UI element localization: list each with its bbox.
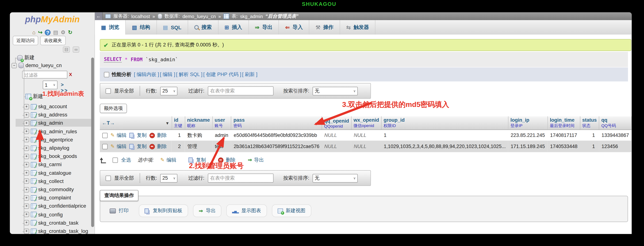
- tab-SQL[interactable]: ▤SQL: [157, 20, 188, 35]
- tab-触发器[interactable]: ⇆触发器: [340, 20, 376, 35]
- column-header-id[interactable]: id主键: [172, 116, 185, 130]
- profiling-link[interactable]: [ 编辑 ]: [160, 71, 175, 77]
- cell-status[interactable]: 1: [580, 141, 599, 152]
- sidebar-table-skg_account[interactable]: +skg_account: [21, 104, 67, 109]
- row-checkbox[interactable]: [102, 144, 108, 149]
- display-chart-button[interactable]: 显示图表: [226, 204, 267, 217]
- column-header-group_id[interactable]: group_id权限ID: [381, 116, 508, 130]
- cell-pass[interactable]: 2b361a128b63407589f9115212cae576: [231, 141, 322, 152]
- create-view-button[interactable]: 新建视图: [272, 204, 311, 217]
- column-header-login_time[interactable]: login_time最后登录时间: [548, 116, 580, 130]
- check-all-label[interactable]: 全选: [121, 156, 131, 163]
- profiling-checkbox[interactable]: [104, 72, 109, 77]
- sort-by-key-select[interactable]: 无∨: [312, 87, 358, 95]
- profiling-link[interactable]: [ 解析 SQL ]: [176, 71, 202, 77]
- tab-操作[interactable]: ⚒操作: [310, 20, 340, 35]
- tab-插入[interactable]: ⊞插入: [218, 20, 248, 35]
- cell-group_id[interactable]: 1,1029,1035,2,3,4,5,80,88,89,94,220,1023…: [381, 141, 508, 152]
- row-action-copy[interactable]: 复制: [130, 143, 147, 150]
- extra-options-button[interactable]: 额外选项: [100, 104, 127, 113]
- sidebar-table-skg_carmi[interactable]: +skg_carmi: [21, 162, 62, 168]
- docs-icon[interactable]: ▤: [53, 30, 58, 36]
- tab-浏览[interactable]: ▦浏览: [95, 20, 126, 35]
- expand-plus-icon[interactable]: +: [24, 220, 29, 225]
- tab-导出[interactable]: ⇒导出: [248, 20, 279, 35]
- logout-icon[interactable]: ↪: [38, 30, 42, 36]
- expand-plus-icon[interactable]: +: [24, 204, 29, 209]
- print-button[interactable]: 打印: [104, 205, 134, 217]
- row-action-edit[interactable]: 编辑: [110, 132, 126, 139]
- sidebar-table-skg_admin[interactable]: +skg_admin: [21, 120, 63, 126]
- collapse-minus-icon[interactable]: −: [12, 63, 17, 68]
- sidebar-scrollbar[interactable]: [91, 58, 94, 227]
- sidebar-table-skg_config[interactable]: +skg_config: [21, 212, 63, 217]
- expand-plus-icon[interactable]: +: [24, 162, 29, 167]
- expand-plus-icon[interactable]: +: [24, 120, 29, 126]
- row-action-copy[interactable]: 复制: [130, 132, 147, 139]
- sidebar-table-skg_agentprice[interactable]: +skg_agentprice: [21, 137, 73, 143]
- sidebar-table-skg_collect[interactable]: +skg_collect: [21, 178, 64, 184]
- column-header-status[interactable]: status状态: [580, 116, 599, 130]
- profiling-link[interactable]: [ 刷新 ]: [242, 71, 258, 77]
- row-action-delete[interactable]: 删除: [150, 132, 167, 139]
- sidebar-table-skg_book_goods[interactable]: +skg_book_goods: [21, 153, 77, 159]
- back-button[interactable]: ←: [95, 13, 103, 20]
- column-header-pass[interactable]: pass密码: [231, 116, 322, 130]
- tab-导入[interactable]: ⇐导入: [279, 20, 310, 35]
- cell-login_ip[interactable]: 171.15.189.245: [508, 141, 548, 152]
- check-all-checkbox[interactable]: [113, 157, 118, 163]
- sidebar-table-skg_catalogue[interactable]: +skg_catalogue: [21, 170, 71, 176]
- link-with-page-icon[interactable]: ∞: [73, 46, 80, 53]
- expand-plus-icon[interactable]: +: [24, 129, 29, 134]
- cell-nickname[interactable]: 管理: [185, 141, 212, 152]
- profiling-link[interactable]: [ 编辑内嵌 ]: [134, 71, 159, 77]
- cell-login_time[interactable]: 1740533448: [548, 141, 580, 152]
- collapse-all-icon[interactable]: ⊟: [63, 46, 70, 53]
- expand-plus-icon[interactable]: +: [24, 179, 29, 184]
- profiling-link[interactable]: [ 创建 PHP 代码 ]: [203, 71, 241, 77]
- column-header-qq_openid[interactable]: qq_openidQQopenid: [322, 116, 351, 130]
- show-all-checkbox[interactable]: [106, 175, 111, 181]
- expand-plus-icon[interactable]: +: [24, 137, 29, 142]
- settings-icon[interactable]: ⚙: [60, 30, 65, 36]
- column-header-nickname[interactable]: nickname昵称: [185, 116, 212, 130]
- filter-rows-input[interactable]: [208, 86, 274, 96]
- selected-action-edit[interactable]: 编辑: [160, 156, 176, 163]
- rows-count-select[interactable]: 25∨: [160, 87, 178, 95]
- cell-login_ip[interactable]: 223.85.221.245: [508, 130, 548, 141]
- row-checkbox[interactable]: [102, 133, 108, 138]
- refresh-icon[interactable]: ↻: [68, 30, 72, 36]
- sidebar-table-skg_crontab_task[interactable]: +skg_crontab_task: [21, 220, 78, 226]
- breadcrumb-server[interactable]: localhost: [131, 14, 150, 19]
- sort-options-icon[interactable]: ▼: [166, 121, 170, 125]
- transpose-control[interactable]: ←T→: [102, 120, 115, 126]
- copy-to-clipboard-button[interactable]: 复制到剪贴板: [139, 204, 188, 217]
- cell-user[interactable]: admin: [212, 130, 231, 141]
- sidebar-table-skg_complaint[interactable]: +skg_complaint: [21, 195, 71, 201]
- cell-qq[interactable]: 1339443867: [599, 130, 632, 141]
- sort-by-key-select[interactable]: 无∨: [312, 174, 358, 182]
- sidebar-table-skg_confidentialprice[interactable]: +skg_confidentialprice: [21, 203, 86, 209]
- filter-rows-input[interactable]: [208, 174, 274, 183]
- export-button[interactable]: 导出: [193, 204, 222, 217]
- show-all-checkbox[interactable]: [106, 88, 111, 94]
- expand-plus-icon[interactable]: +: [24, 170, 29, 176]
- cell-status[interactable]: 1: [580, 130, 599, 141]
- row-action-edit[interactable]: 编辑: [110, 143, 126, 150]
- row-action-delete[interactable]: 删除: [150, 143, 167, 150]
- home-icon[interactable]: ⌂: [32, 30, 36, 36]
- tab-结构[interactable]: ▧结构: [126, 20, 156, 35]
- cell-id[interactable]: 1: [172, 130, 185, 141]
- tree-new-database[interactable]: 新建: [12, 54, 35, 61]
- sidebar-table-skg_alipaylog[interactable]: +skg_alipaylog: [21, 145, 69, 151]
- cell-nickname[interactable]: 数卡购: [185, 130, 212, 141]
- breadcrumb-database[interactable]: demo_lueyu_cn: [182, 14, 216, 19]
- expand-plus-icon[interactable]: +: [24, 228, 29, 234]
- sidebar-table-skg_admin_rules[interactable]: +skg_admin_rules: [21, 128, 77, 134]
- page-select[interactable]: 1∨: [43, 81, 58, 89]
- breadcrumb-table[interactable]: skg_admin: [240, 14, 263, 19]
- cell-wx_openid[interactable]: NULL: [351, 130, 381, 141]
- sidebar-table-skg_commodity[interactable]: +skg_commodity: [21, 187, 74, 193]
- help-icon[interactable]: ?: [45, 30, 51, 36]
- cell-qq_openid[interactable]: NULL: [322, 130, 351, 141]
